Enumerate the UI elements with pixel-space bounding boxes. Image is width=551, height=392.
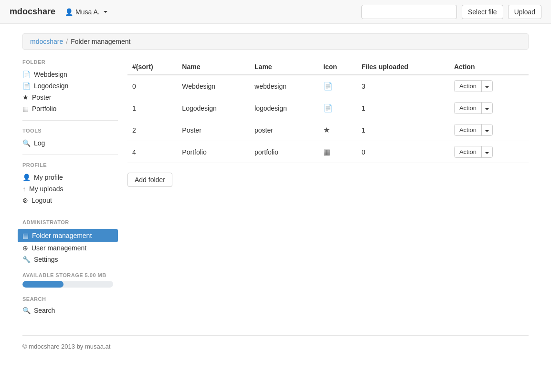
select-file-button[interactable]: Select file <box>462 5 503 19</box>
profile-section-label: PROFILE <box>22 162 118 168</box>
sidebar-item-logodesign[interactable]: 📄 Logodesign <box>22 80 118 92</box>
add-folder-button[interactable]: Add folder <box>127 173 172 187</box>
action-dropdown-toggle[interactable] <box>482 81 492 92</box>
action-dropdown-toggle[interactable] <box>482 103 492 113</box>
cell-action: Action <box>449 75 529 97</box>
table-row: 1 Logodesign logodesign 📄 1 Action <box>127 97 529 119</box>
sidebar-item-label: Poster <box>32 93 51 101</box>
sidebar-item-webdesign[interactable]: 📄 Webdesign <box>22 69 118 80</box>
breadcrumb: mdocshare / Folder management <box>22 33 529 50</box>
col-files-uploaded: Files uploaded <box>357 59 449 75</box>
storage-section: AVAILABLE STORAGE 5.00 MB <box>22 272 118 288</box>
sidebar-item-user-management[interactable]: ⊕ User management <box>22 242 118 254</box>
table-row: 4 Portfolio portfolio ▦ 0 Action <box>127 141 529 163</box>
col-action: Action <box>449 59 529 75</box>
sidebar-item-label: Webdesign <box>34 71 67 78</box>
user-name: Musa A. <box>75 8 100 16</box>
sidebar-item-folder-management[interactable]: ▤ Folder management <box>18 229 118 242</box>
sidebar-item-label: Folder management <box>32 232 92 239</box>
sidebar-item-logout[interactable]: ⊗ Logout <box>22 195 118 206</box>
search-icon: 🔍 <box>22 139 31 147</box>
search-icon: 🔍 <box>22 307 31 314</box>
user-menu-caret-icon <box>104 11 107 13</box>
user-menu[interactable]: 👤 Musa A. <box>65 8 107 16</box>
col-icon: Icon <box>318 59 357 75</box>
sidebar-divider-3 <box>22 212 118 212</box>
chevron-down-icon <box>485 152 489 154</box>
sidebar-item-search[interactable]: 🔍 Search <box>22 305 118 316</box>
footer-text: © mdocshare 2013 by musaa.at <box>22 343 110 350</box>
navbar-actions: Select file Upload <box>361 5 541 19</box>
file-icon: 📄 <box>22 71 31 78</box>
storage-bar-fill <box>22 281 64 288</box>
action-button[interactable]: Action <box>455 81 482 92</box>
star-icon: ★ <box>22 93 29 101</box>
folder-section-label: FOLDER <box>22 59 118 65</box>
breadcrumb-separator: / <box>66 38 68 45</box>
table-area: #(sort) Name Lame Icon Files uploaded Ac… <box>127 59 529 316</box>
table-row: 2 Poster poster ★ 1 Action <box>127 119 529 141</box>
cell-icon: ▦ <box>318 141 357 163</box>
sidebar-item-label: My profile <box>34 174 63 181</box>
cell-sort: 4 <box>127 141 177 163</box>
chevron-down-icon <box>485 108 489 110</box>
action-button-group[interactable]: Action <box>454 102 493 114</box>
cell-name: Portfolio <box>177 141 250 163</box>
sidebar-item-label: Logodesign <box>34 82 68 90</box>
sidebar-item-poster[interactable]: ★ Poster <box>22 92 118 103</box>
sidebar-item-portfolio[interactable]: ▦ Portfolio <box>22 103 118 114</box>
cell-action: Action <box>449 141 529 163</box>
storage-bar-background <box>22 281 113 288</box>
cell-sort: 0 <box>127 75 177 97</box>
upload-button[interactable]: Upload <box>508 5 541 19</box>
cell-icon: 📄 <box>318 75 357 97</box>
sidebar-item-label: Search <box>34 307 55 314</box>
grid-icon: ▦ <box>22 105 29 113</box>
file-icon: 📄 <box>22 82 31 90</box>
action-dropdown-toggle[interactable] <box>482 124 492 135</box>
cell-lame: portfolio <box>250 141 318 163</box>
logout-icon: ⊗ <box>22 196 28 204</box>
breadcrumb-home-link[interactable]: mdocshare <box>30 38 63 45</box>
user-icon: 👤 <box>65 8 73 16</box>
action-button[interactable]: Action <box>455 146 482 157</box>
table-row: 0 Webdesign webdesign 📄 3 Action <box>127 75 529 97</box>
main-container: mdocshare / Folder management FOLDER 📄 W… <box>13 24 538 367</box>
cell-name: Poster <box>177 119 250 141</box>
brand-logo[interactable]: mdocshare <box>10 7 55 17</box>
cell-files: 1 <box>357 97 449 119</box>
cell-icon: ★ <box>318 119 357 141</box>
nav-search-input[interactable] <box>361 5 457 19</box>
sidebar-item-my-profile[interactable]: 👤 My profile <box>22 172 118 183</box>
upload-icon: ↑ <box>22 185 26 193</box>
sidebar-item-log[interactable]: 🔍 Log <box>22 137 118 149</box>
action-button[interactable]: Action <box>455 124 482 135</box>
folders-table: #(sort) Name Lame Icon Files uploaded Ac… <box>127 59 529 163</box>
cell-files: 3 <box>357 75 449 97</box>
col-sort: #(sort) <box>127 59 177 75</box>
cell-sort: 2 <box>127 119 177 141</box>
sidebar-item-my-uploads[interactable]: ↑ My uploads <box>22 183 118 195</box>
action-button[interactable]: Action <box>455 103 482 113</box>
chevron-down-icon <box>485 130 489 132</box>
settings-icon: 🔧 <box>22 256 31 263</box>
sidebar-item-label: Portfolio <box>32 105 56 113</box>
folder-mgmt-icon: ▤ <box>22 232 29 239</box>
action-button-group[interactable]: Action <box>454 124 493 136</box>
action-dropdown-toggle[interactable] <box>482 146 492 157</box>
col-lame: Lame <box>250 59 318 75</box>
action-button-group[interactable]: Action <box>454 146 493 158</box>
chevron-down-icon <box>485 86 489 88</box>
search-section: SEARCH 🔍 Search <box>22 296 118 316</box>
cell-action: Action <box>449 97 529 119</box>
cell-lame: webdesign <box>250 75 318 97</box>
cell-files: 1 <box>357 119 449 141</box>
breadcrumb-current: Folder management <box>71 38 130 45</box>
cell-files: 0 <box>357 141 449 163</box>
action-button-group[interactable]: Action <box>454 80 493 92</box>
cell-name: Webdesign <box>177 75 250 97</box>
user-mgmt-icon: ⊕ <box>22 244 28 252</box>
col-name: Name <box>177 59 250 75</box>
sidebar-item-settings[interactable]: 🔧 Settings <box>22 254 118 265</box>
main-layout: FOLDER 📄 Webdesign 📄 Logodesign ★ Poster… <box>22 59 529 316</box>
